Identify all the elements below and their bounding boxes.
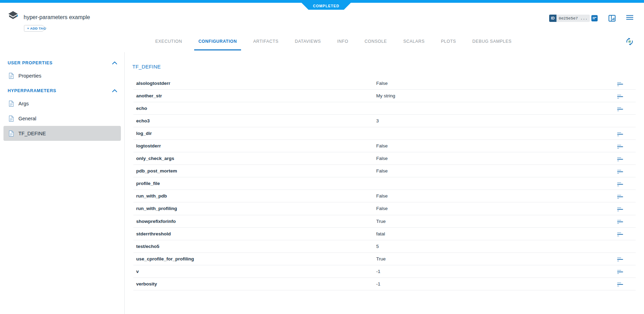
param-row: profile_file (133, 177, 636, 190)
param-value: False (376, 143, 636, 148)
section-title: HYPERPARAMETERS (8, 88, 56, 93)
tab-console[interactable]: CONSOLE (361, 33, 391, 50)
notes-icon (591, 15, 598, 22)
auto-refresh-icon (625, 37, 634, 46)
param-value: -1 (376, 269, 636, 274)
param-name: alsologtostderr (133, 81, 376, 86)
param-name: logtostderr (133, 143, 376, 148)
description-lines-icon (617, 270, 623, 274)
description-lines-icon (617, 182, 623, 186)
param-value: -1 (376, 281, 636, 287)
description-icon[interactable] (617, 194, 623, 198)
param-value: True (376, 219, 636, 224)
menu-icon-button[interactable] (626, 15, 634, 22)
description-icon[interactable] (617, 81, 623, 86)
param-row: log_dir (133, 127, 636, 140)
sidebar-item-properties[interactable]: Properties (3, 68, 121, 83)
tab-execution[interactable]: EXECUTION (151, 33, 186, 50)
param-row: test/echo5 5 (133, 240, 636, 253)
document-icon (9, 100, 14, 107)
tab-artifacts[interactable]: ARTIFACTS (249, 33, 283, 50)
description-icon[interactable] (617, 182, 623, 186)
param-row: use_cprofile_for_profiling True (133, 253, 636, 265)
description-lines-icon (617, 157, 623, 161)
param-name: run_with_profiling (133, 206, 376, 211)
tab-debug-samples[interactable]: DEBUG SAMPLES (468, 33, 516, 50)
add-tag-button[interactable]: + ADD TAG (24, 25, 48, 32)
description-icon[interactable] (617, 269, 623, 273)
tab-scalars[interactable]: SCALARS (399, 33, 429, 50)
chevron-up-icon[interactable] (112, 89, 117, 92)
param-row: run_with_profiling False (133, 202, 636, 215)
sidebar-item-general[interactable]: General (3, 111, 121, 126)
side-panel-chart-icon (609, 15, 616, 22)
param-value: 3 (376, 118, 636, 123)
description-lines-icon (617, 107, 623, 111)
param-value: False (376, 168, 636, 174)
document-icon (9, 130, 14, 137)
param-value: fatal (376, 231, 636, 236)
sidebar-item-args[interactable]: Args (3, 96, 121, 111)
description-icon[interactable] (617, 169, 623, 173)
param-row: stderrthreshold fatal (133, 228, 636, 240)
param-row: logtostderr False (133, 140, 636, 152)
param-value: False (376, 156, 636, 161)
param-name: echo3 (133, 118, 376, 123)
description-lines-icon (617, 170, 623, 174)
add-tag-label: + ADD TAG (27, 25, 46, 32)
section-items-hyperparameters: Args General TF_DEFINE (0, 96, 124, 141)
layout-panel-icon-button[interactable] (609, 15, 616, 22)
param-row: echo (133, 102, 636, 115)
section-title: USER PROPERTIES (8, 61, 52, 65)
description-lines-icon (617, 257, 623, 261)
param-name: echo (133, 106, 376, 111)
id-label: ID (549, 15, 556, 22)
description-icon[interactable] (617, 232, 623, 236)
param-name: showprefixforinfo (133, 219, 376, 224)
document-icon (9, 73, 14, 79)
sidebar-item-tf-define[interactable]: TF_DEFINE (3, 126, 121, 141)
details-icon-button[interactable] (591, 15, 599, 22)
description-icon[interactable] (617, 94, 623, 98)
description-icon[interactable] (617, 219, 623, 223)
auto-refresh-button[interactable] (625, 37, 634, 46)
chevron-up-icon[interactable] (112, 62, 117, 64)
param-row: run_with_pdb False (133, 190, 636, 202)
tab-plots[interactable]: PLOTS (437, 33, 460, 50)
description-lines-icon (617, 282, 623, 287)
description-icon[interactable] (617, 282, 623, 286)
param-row: pdb_post_mortem False (133, 165, 636, 177)
param-value: False (376, 206, 636, 211)
description-icon[interactable] (617, 207, 623, 211)
param-row: echo3 3 (133, 115, 636, 127)
app-logo-icon (7, 10, 19, 22)
description-lines-icon (617, 232, 623, 236)
parameter-group-title: TF_DEFINE (132, 64, 161, 70)
description-icon[interactable] (617, 144, 623, 148)
tab-bar: EXECUTIONCONFIGURATIONARTIFACTSDATAVIEWS… (151, 33, 516, 50)
sidebar-section-user-properties: USER PROPERTIES Properties (0, 58, 124, 83)
section-header-user-properties[interactable]: USER PROPERTIES (0, 58, 124, 68)
description-icon[interactable] (617, 106, 623, 111)
description-icon[interactable] (617, 131, 623, 136)
param-name: only_check_args (133, 156, 376, 161)
description-icon[interactable] (617, 156, 623, 161)
description-icon[interactable] (617, 257, 623, 261)
id-badge[interactable]: ID 0e25e5e7 ... (549, 15, 590, 22)
param-name: v (133, 269, 376, 274)
param-name: log_dir (133, 131, 376, 136)
description-lines-icon (617, 220, 623, 224)
id-value: 0e25e5e7 ... (556, 15, 590, 22)
param-value: 5 (376, 244, 636, 249)
description-lines-icon (617, 82, 623, 86)
tab-configuration[interactable]: CONFIGURATION (194, 33, 241, 50)
param-row: v -1 (133, 265, 636, 278)
tab-info[interactable]: INFO (333, 33, 353, 50)
section-header-hyperparameters[interactable]: HYPERPARAMETERS (0, 86, 124, 96)
sidebar: USER PROPERTIES Properties HYPERPARAMETE… (0, 52, 124, 143)
document-icon (9, 115, 14, 122)
sidebar-divider (124, 52, 125, 314)
experiment-detail-page: COMPLETED hyper-parameters example + ADD… (0, 0, 644, 314)
tab-dataviews[interactable]: DATAVIEWS (291, 33, 325, 50)
top-status-bar (0, 0, 644, 3)
